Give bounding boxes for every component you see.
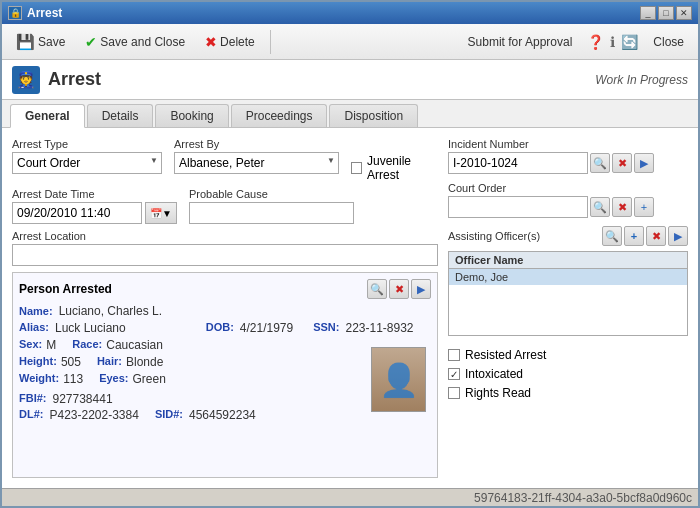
court-search-button[interactable]: 🔍	[590, 197, 610, 217]
officer-table-empty	[449, 285, 687, 335]
minimize-button[interactable]: _	[640, 6, 656, 20]
submit-approval-button[interactable]: Submit for Approval	[459, 31, 582, 53]
alias-label: Alias:	[19, 321, 49, 335]
person-photo-icon: 👤	[379, 361, 419, 399]
arrest-location-input[interactable]	[12, 244, 438, 266]
alias-value: Luck Luciano	[55, 321, 126, 335]
height-label: Height:	[19, 355, 57, 369]
fbi-group: FBI#: 927738441	[19, 392, 256, 406]
person-header: Person Arrested 🔍 ✖ ▶	[19, 279, 431, 299]
save-button[interactable]: 💾 Save	[7, 29, 74, 55]
person-ids-row: FBI#: 927738441 DL#: P423-2202-3384 SID#…	[19, 392, 431, 422]
status-bar: 59764183-21ff-4304-a3a0-5bcf8a0d960c	[2, 488, 698, 506]
save-close-label: Save and Close	[100, 35, 185, 49]
submit-label: Submit for Approval	[468, 35, 573, 49]
resisted-arrest-checkbox[interactable]	[448, 349, 460, 361]
tab-proceedings[interactable]: Proceedings	[231, 104, 328, 127]
incident-search-button[interactable]: 🔍	[590, 153, 610, 173]
ssn-value: 223-11-8932	[345, 321, 413, 335]
person-search-button[interactable]: 🔍	[367, 279, 387, 299]
height-value: 505	[61, 355, 81, 369]
officer-table: Officer Name Demo, Joe	[448, 251, 688, 336]
delete-button[interactable]: ✖ Delete	[196, 30, 264, 54]
person-height-row: Height: 505 Hair: Blonde	[19, 355, 431, 369]
arrest-type-select[interactable]: Court Order	[12, 152, 162, 174]
arrest-datetime-input[interactable]	[12, 202, 142, 224]
sex-label: Sex:	[19, 338, 42, 352]
person-weight-row: Weight: 113 Eyes: Green	[19, 372, 431, 386]
person-nav-button[interactable]: ▶	[411, 279, 431, 299]
officer-delete-button[interactable]: ✖	[646, 226, 666, 246]
guid-display: 59764183-21ff-4304-a3a0-5bcf8a0d960c	[474, 491, 692, 505]
height-group: Height: 505	[19, 355, 81, 369]
info-icon[interactable]: ℹ	[610, 34, 615, 50]
page-title: Arrest	[48, 69, 101, 90]
resisted-arrest-label: Resisted Arrest	[465, 348, 546, 362]
main-area: Arrest Type Court Order Arrest By Albane…	[12, 138, 688, 478]
title-bar: 🔒 Arrest _ □ ✕	[2, 2, 698, 24]
toolbar: 💾 Save ✔ Save and Close ✖ Delete Submit …	[2, 24, 698, 60]
alias-group: Alias: Luck Luciano	[19, 321, 126, 335]
toolbar-separator	[270, 30, 271, 54]
window-icon: 🔒	[8, 6, 22, 20]
sex-group: Sex: M	[19, 338, 56, 352]
dob-value: 4/21/1979	[240, 321, 293, 335]
arrest-location-group: Arrest Location	[12, 230, 438, 266]
tabs-bar: General Details Booking Proceedings Disp…	[2, 100, 698, 128]
dl-value: P423-2202-3384	[49, 408, 138, 422]
arrest-by-select[interactable]: Albanese, Peter	[174, 152, 339, 174]
officer-nav-button[interactable]: ▶	[668, 226, 688, 246]
ssn-group: SSN: 223-11-8932	[313, 321, 413, 335]
person-delete-button[interactable]: ✖	[389, 279, 409, 299]
juvenile-arrest-label: Juvenile Arrest	[367, 154, 438, 182]
court-order-input[interactable]	[448, 196, 588, 218]
content-area: Arrest Type Court Order Arrest By Albane…	[2, 128, 698, 488]
sex-value: M	[46, 338, 56, 352]
court-order-row: 🔍 ✖ +	[448, 196, 688, 218]
arrest-type-group: Arrest Type Court Order	[12, 138, 162, 174]
arrest-datetime-group: Arrest Date Time 📅▼	[12, 188, 177, 224]
dl-group: DL#: P423-2202-3384 SID#: 4564592234	[19, 408, 256, 422]
court-order-group: Court Order 🔍 ✖ +	[448, 182, 688, 218]
arrest-window: 🔒 Arrest _ □ ✕ 💾 Save ✔ Save and Close ✖…	[0, 0, 700, 508]
assisting-officers-header: Assisting Officer(s) 🔍 + ✖ ▶	[448, 226, 688, 246]
rights-read-row: Rights Read	[448, 386, 688, 400]
probable-cause-input[interactable]	[189, 202, 354, 224]
fbi-value: 927738441	[53, 392, 113, 406]
right-panel: Incident Number 🔍 ✖ ▶ Court Order 🔍 ✖	[448, 138, 688, 478]
close-window-button[interactable]: ✕	[676, 6, 692, 20]
court-order-label: Court Order	[448, 182, 688, 194]
tab-details[interactable]: Details	[87, 104, 154, 127]
officer-add-button[interactable]: +	[624, 226, 644, 246]
arrest-by-select-wrapper: Albanese, Peter	[174, 152, 339, 174]
juvenile-arrest-group: Juvenile Arrest	[351, 154, 438, 182]
tab-disposition[interactable]: Disposition	[329, 104, 418, 127]
help-icon[interactable]: ❓	[587, 34, 604, 50]
incident-number-row: 🔍 ✖ ▶	[448, 152, 688, 174]
tab-booking[interactable]: Booking	[155, 104, 228, 127]
calendar-button[interactable]: 📅▼	[145, 202, 177, 224]
juvenile-arrest-checkbox[interactable]	[351, 162, 362, 174]
form-row-2: Arrest Date Time 📅▼ Probable Cause	[12, 188, 438, 224]
person-details-row: Sex: M Race: Caucasian	[19, 338, 431, 352]
arrest-location-label: Arrest Location	[12, 230, 438, 242]
page-header: 👮 Arrest Work In Progress	[2, 60, 698, 100]
rights-read-checkbox[interactable]	[448, 387, 460, 399]
court-delete-button[interactable]: ✖	[612, 197, 632, 217]
officer-search-button[interactable]: 🔍	[602, 226, 622, 246]
save-close-icon: ✔	[85, 34, 97, 50]
person-arrested-box: Person Arrested 🔍 ✖ ▶ Name: Luciano, Cha…	[12, 272, 438, 478]
court-add-button[interactable]: +	[634, 197, 654, 217]
weight-group: Weight: 113	[19, 372, 83, 386]
close-button[interactable]: Close	[644, 31, 693, 53]
refresh-icon[interactable]: 🔄	[621, 34, 638, 50]
tab-general[interactable]: General	[10, 104, 85, 128]
maximize-button[interactable]: □	[658, 6, 674, 20]
save-close-button[interactable]: ✔ Save and Close	[76, 30, 194, 54]
incident-nav-button[interactable]: ▶	[634, 153, 654, 173]
incident-number-input[interactable]	[448, 152, 588, 174]
intoxicated-checkbox[interactable]	[448, 368, 460, 380]
page-icon: 👮	[12, 66, 40, 94]
officer-btn-group: 🔍 + ✖ ▶	[602, 226, 688, 246]
incident-delete-button[interactable]: ✖	[612, 153, 632, 173]
